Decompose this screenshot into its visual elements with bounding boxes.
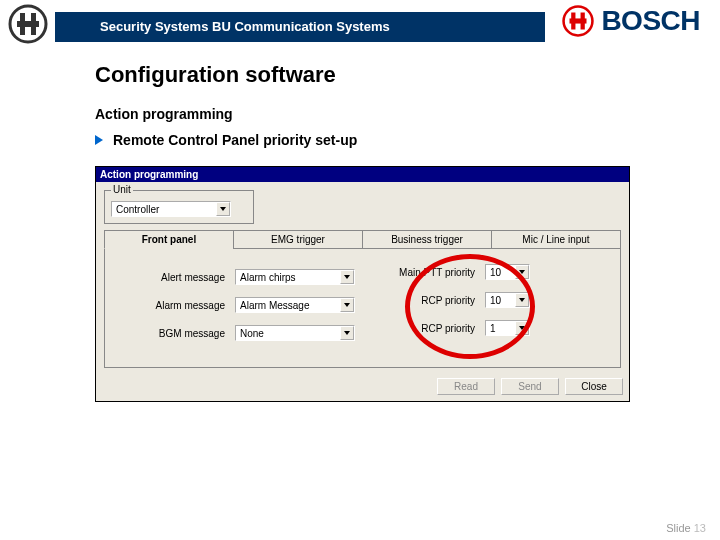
- slide-footer: Slide 13: [666, 522, 706, 534]
- chevron-down-icon: [515, 293, 529, 307]
- brand-text: BOSCH: [601, 5, 700, 37]
- row-bgm: BGM message None: [115, 325, 610, 341]
- row-alarm: Alarm message Alarm Message: [115, 297, 610, 313]
- tab-emg-trigger[interactable]: EMG trigger: [233, 230, 363, 249]
- svg-rect-3: [17, 21, 39, 27]
- rcp-dropdown-2[interactable]: 1: [485, 320, 530, 336]
- dialog-window: Action programming Unit Controller Front…: [95, 166, 630, 402]
- section-heading: Action programming: [95, 106, 630, 122]
- unit-dropdown[interactable]: Controller: [111, 201, 231, 217]
- tabs: Front panel EMG trigger Business trigger…: [104, 230, 621, 249]
- page-title: Configuration software: [95, 62, 630, 88]
- rcp-dropdown-1[interactable]: 10: [485, 292, 530, 308]
- dialog-title: Action programming: [96, 167, 629, 182]
- gear-icon: [8, 4, 48, 48]
- row-main-ptt: Main PTT priority 10: [395, 264, 530, 280]
- chevron-down-icon: [515, 321, 529, 335]
- priority-block: Main PTT priority 10 RCP priority 10: [395, 264, 530, 348]
- chevron-down-icon: [216, 202, 230, 216]
- send-button[interactable]: Send: [501, 378, 559, 395]
- content: Configuration software Action programmin…: [0, 50, 720, 402]
- dialog-buttons: Read Send Close: [96, 372, 629, 401]
- brand-logo: BOSCH: [561, 4, 700, 38]
- close-button[interactable]: Close: [565, 378, 623, 395]
- read-button[interactable]: Read: [437, 378, 495, 395]
- row-rcp-1: RCP priority 10: [395, 292, 530, 308]
- chevron-down-icon: [340, 298, 354, 312]
- alarm-message-dropdown[interactable]: Alarm Message: [235, 297, 355, 313]
- arrow-icon: [95, 135, 103, 145]
- bullet-text: Remote Control Panel priority set-up: [113, 132, 357, 148]
- bgm-message-dropdown[interactable]: None: [235, 325, 355, 341]
- header: Security Systems BU Communication System…: [0, 0, 720, 50]
- chevron-down-icon: [515, 265, 529, 279]
- tab-page: Alert message Alarm chirps Alarm message…: [104, 249, 621, 368]
- tab-business-trigger[interactable]: Business trigger: [362, 230, 492, 249]
- tab-mic-line-input[interactable]: Mic / Line input: [491, 230, 621, 249]
- row-alert: Alert message Alarm chirps: [115, 269, 610, 285]
- main-ptt-dropdown[interactable]: 10: [485, 264, 530, 280]
- bullet-item: Remote Control Panel priority set-up: [95, 132, 630, 148]
- alert-message-dropdown[interactable]: Alarm chirps: [235, 269, 355, 285]
- chevron-down-icon: [340, 326, 354, 340]
- chevron-down-icon: [340, 270, 354, 284]
- unit-label: Unit: [111, 184, 133, 195]
- unit-groupbox: Unit Controller: [104, 190, 254, 224]
- row-rcp-2: RCP priority 1: [395, 320, 530, 336]
- svg-rect-7: [570, 18, 587, 23]
- header-subtitle: Security Systems BU Communication System…: [55, 12, 545, 42]
- tab-front-panel[interactable]: Front panel: [104, 230, 234, 249]
